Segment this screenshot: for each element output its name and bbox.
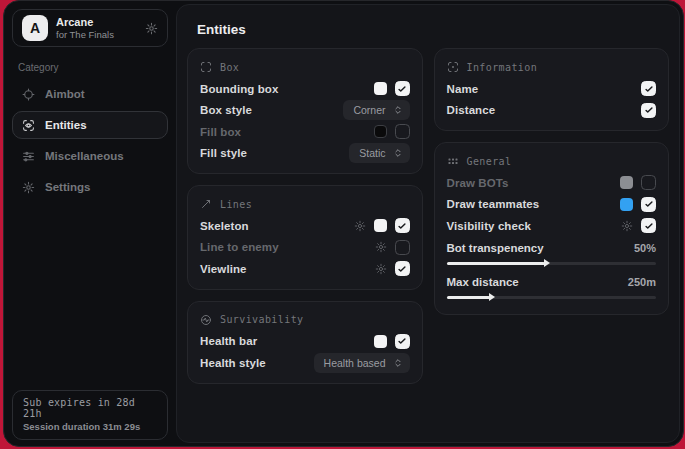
setting-label: Name xyxy=(447,83,642,95)
setting-label: Distance xyxy=(447,104,642,116)
health-bar-checkbox[interactable] xyxy=(395,334,410,349)
setting-label: Skeleton xyxy=(200,220,354,232)
sidebar-nav: Aimbot Entities Miscellaneous Settings xyxy=(12,80,168,201)
gear-icon[interactable] xyxy=(145,22,158,35)
section-title: Lines xyxy=(220,199,252,210)
health-bar-color-swatch[interactable] xyxy=(374,335,387,348)
gear-icon[interactable] xyxy=(375,263,387,275)
skeleton-color-swatch[interactable] xyxy=(374,219,387,232)
setting-label: Health bar xyxy=(200,335,374,347)
section-title: Box xyxy=(220,62,239,73)
select-value: Corner xyxy=(353,104,385,116)
lines-card-header: Lines xyxy=(200,190,410,215)
sliders-icon xyxy=(22,150,35,163)
sidebar-item-label: Entities xyxy=(45,119,87,131)
setting-row: Box style Corner xyxy=(200,100,410,122)
setting-row: Skeleton xyxy=(200,215,410,237)
sidebar-item-settings[interactable]: Settings xyxy=(12,173,168,201)
box-style-select[interactable]: Corner xyxy=(343,100,409,120)
setting-row: Line to enemy xyxy=(200,237,410,259)
fill-box-checkbox[interactable] xyxy=(395,124,410,139)
sidebar: A Arcane for The Finals Category Aimbot xyxy=(4,1,176,446)
bounding-box-color-swatch[interactable] xyxy=(374,82,387,95)
slider-value: 50% xyxy=(634,242,656,254)
general-card: General Draw BOTs Draw teammates xyxy=(434,142,670,315)
information-card-header: Information xyxy=(447,53,657,78)
left-column: Box Bounding box Box style Corner xyxy=(187,48,423,384)
draw-bots-checkbox[interactable] xyxy=(641,175,656,190)
app-name: Arcane xyxy=(56,16,114,29)
setting-row: Health bar xyxy=(200,331,410,353)
setting-row: Visibility check xyxy=(447,215,657,237)
grid-dots-icon xyxy=(447,155,459,167)
select-value: Static xyxy=(359,147,385,159)
setting-row: Health style Health based xyxy=(200,352,410,374)
setting-label: Fill style xyxy=(200,147,349,159)
setting-label: Box style xyxy=(200,104,343,116)
setting-row: Name xyxy=(447,78,657,100)
line-to-enemy-checkbox[interactable] xyxy=(395,240,410,255)
fill-box-color-swatch[interactable] xyxy=(374,125,387,138)
session-duration-text: Session duration 31m 29s xyxy=(23,421,157,432)
sidebar-item-label: Miscellaneous xyxy=(45,150,124,162)
sidebar-item-miscellaneous[interactable]: Miscellaneous xyxy=(12,142,168,170)
setting-label: Fill box xyxy=(200,126,374,138)
sidebar-item-aimbot[interactable]: Aimbot xyxy=(12,80,168,108)
survivability-card: Survivability Health bar Health style He… xyxy=(187,301,423,384)
scan-eye-icon xyxy=(22,119,35,132)
app-title-block: Arcane for The Finals xyxy=(56,16,114,41)
gear-icon[interactable] xyxy=(621,220,633,232)
setting-row: Bounding box xyxy=(200,78,410,100)
pulse-icon xyxy=(200,314,212,326)
setting-row: Distance xyxy=(447,100,657,122)
distance-checkbox[interactable] xyxy=(641,103,656,118)
bot-transparency-slider[interactable] xyxy=(447,262,657,265)
gear-icon xyxy=(22,181,35,194)
gear-icon[interactable] xyxy=(375,241,387,253)
slider-fill xyxy=(447,296,491,299)
slider-value: 250m xyxy=(628,276,656,288)
bounding-box-checkbox[interactable] xyxy=(395,81,410,96)
name-checkbox[interactable] xyxy=(641,81,656,96)
category-label: Category xyxy=(18,62,164,73)
box-corners-icon xyxy=(200,61,212,73)
max-distance-slider[interactable] xyxy=(447,296,657,299)
sidebar-item-label: Aimbot xyxy=(45,88,85,100)
app-logo: A xyxy=(22,15,48,41)
select-value: Health based xyxy=(324,357,386,369)
sub-expiry-text: Sub expires in 28d 21h xyxy=(23,397,157,419)
setting-row: Fill box xyxy=(200,121,410,143)
fill-style-select[interactable]: Static xyxy=(349,143,409,163)
setting-label: Draw teammates xyxy=(447,198,621,210)
subscription-info-box: Sub expires in 28d 21h Session duration … xyxy=(12,390,168,440)
right-column: Information Name Distance xyxy=(434,48,670,384)
app-subtitle: for The Finals xyxy=(56,29,114,41)
draw-bots-color-swatch[interactable] xyxy=(620,176,633,189)
information-card: Information Name Distance xyxy=(434,48,670,131)
health-style-select[interactable]: Health based xyxy=(314,353,410,373)
section-title: General xyxy=(467,156,512,167)
sidebar-item-entities[interactable]: Entities xyxy=(12,111,168,139)
setting-row: Draw BOTs xyxy=(447,172,657,194)
setting-label: Visibility check xyxy=(447,220,622,232)
lines-card: Lines Skeleton Line to enemy xyxy=(187,185,423,290)
chevrons-up-down-icon xyxy=(393,148,403,158)
setting-row: Fill style Static xyxy=(200,143,410,165)
overlay-window: A Arcane for The Finals Category Aimbot xyxy=(3,0,684,447)
setting-label: Line to enemy xyxy=(200,241,375,253)
draw-teammates-checkbox[interactable] xyxy=(641,197,656,212)
survivability-card-header: Survivability xyxy=(200,306,410,331)
chevrons-up-down-icon xyxy=(393,105,403,115)
general-card-header: General xyxy=(447,147,657,172)
diagonal-line-icon xyxy=(200,198,212,210)
gear-icon[interactable] xyxy=(354,220,366,232)
viewline-checkbox[interactable] xyxy=(395,261,410,276)
skeleton-checkbox[interactable] xyxy=(395,218,410,233)
section-title: Information xyxy=(467,62,538,73)
draw-teammates-color-swatch[interactable] xyxy=(620,198,633,211)
chevrons-up-down-icon xyxy=(393,358,403,368)
setting-label: Viewline xyxy=(200,263,375,275)
visibility-check-checkbox[interactable] xyxy=(641,218,656,233)
app-header-card: A Arcane for The Finals xyxy=(12,9,168,47)
section-title: Survivability xyxy=(220,314,303,325)
